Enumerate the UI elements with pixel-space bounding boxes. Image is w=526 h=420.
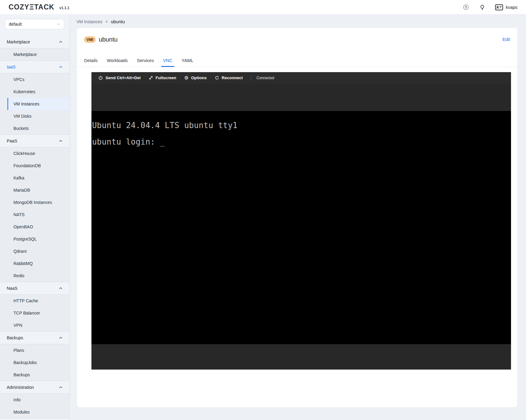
options-button[interactable]: ⚙ Options xyxy=(184,76,206,80)
sidebar-item-tcp-balancer[interactable]: TCP Balancer xyxy=(0,307,69,319)
sidebar-item-mariadb[interactable]: MariaDB xyxy=(0,184,69,196)
terminal-line: Ubuntu 24.04.4 LTS ubuntu tty1 xyxy=(92,121,238,130)
sidebar-item-modules[interactable]: Modules xyxy=(0,406,69,418)
sidebar-section-administration[interactable]: Administration xyxy=(0,381,69,393)
fullscreen-icon xyxy=(149,76,153,80)
help-button[interactable]: ? xyxy=(462,4,469,11)
chevron-up-icon xyxy=(59,287,62,290)
sidebar-item-buckets[interactable]: Buckets xyxy=(0,122,69,134)
terminal-cursor: _ xyxy=(160,137,165,146)
user-menu[interactable]: kvaps xyxy=(495,4,517,10)
terminal-line: ubuntu login: _ xyxy=(92,137,165,146)
terminal-prompt: ubuntu login: xyxy=(92,137,160,146)
app-logo: COZYΞTACK xyxy=(9,3,54,11)
vnc-canvas[interactable]: Ubuntu 24.04.4 LTS ubuntu tty1 ubuntu lo… xyxy=(91,111,511,344)
sidebar-item-plans[interactable]: Plans xyxy=(0,344,69,356)
fullscreen-button[interactable]: Fullscreen xyxy=(149,76,176,80)
breadcrumb-vm-instances[interactable]: VM Instances xyxy=(76,19,102,24)
section-label: Administration xyxy=(7,385,34,390)
page-title: ubuntu xyxy=(99,36,117,43)
chevron-up-icon xyxy=(59,40,62,44)
sidebar-item-vm-disks[interactable]: VM Disks xyxy=(0,110,69,122)
namespace-select-value: default xyxy=(9,22,22,27)
top-header: COZYΞTACK v1.1.1 ? xyxy=(0,0,526,15)
lightbulb-icon xyxy=(480,5,485,10)
sidebar-item-clickhouse[interactable]: ClickHouse xyxy=(0,147,69,160)
toolbar-divider xyxy=(251,76,251,80)
theme-toggle-button[interactable] xyxy=(479,4,486,11)
sidebar-item-foundationdb[interactable]: FoundationDB xyxy=(0,160,69,172)
options-label: Options xyxy=(191,76,207,80)
vnc-viewport: Ubuntu 24.04.4 LTS ubuntu tty1 ubuntu lo… xyxy=(91,83,511,370)
sidebar-item-qdrant[interactable]: Qdrant xyxy=(0,245,69,257)
tab-vnc[interactable]: VNC xyxy=(163,54,172,67)
sidebar-section-iaas[interactable]: IaaS xyxy=(0,61,69,73)
chevron-up-icon xyxy=(59,336,62,340)
chevron-up-icon xyxy=(59,139,62,143)
vm-instance-card: VMI ubuntu Edit Details Workloads Servic… xyxy=(76,28,518,408)
sidebar-item-vpcs[interactable]: VPCs xyxy=(0,73,69,86)
sidebar-section-backups[interactable]: Backups xyxy=(0,332,69,344)
sidebar-item-nats[interactable]: NATS xyxy=(0,208,69,221)
sidebar-item-info[interactable]: Info xyxy=(0,394,69,406)
app-version: v1.1.1 xyxy=(59,6,69,10)
power-icon xyxy=(98,76,103,80)
card-header: VMI ubuntu Edit xyxy=(84,35,510,44)
sidebar-item-postgresql[interactable]: PostgreSQL xyxy=(0,233,69,245)
reload-icon xyxy=(215,76,219,80)
sidebar-item-kubernetes[interactable]: Kubernetes xyxy=(0,86,69,98)
tab-details[interactable]: Details xyxy=(84,54,98,67)
tab-services[interactable]: Services xyxy=(137,54,154,67)
sidebar-item-http-cache[interactable]: HTTP Cache xyxy=(0,295,69,307)
sidebar-section-naas[interactable]: NaaS xyxy=(0,282,69,294)
id-card-icon xyxy=(495,4,503,10)
sidebar-item-marketplace[interactable]: Marketplace xyxy=(0,48,69,61)
main-content: VM Instances > ubuntu VMI ubuntu Edit De… xyxy=(69,15,526,420)
sidebar-item-openbao[interactable]: OpenBAO xyxy=(0,221,69,233)
chevron-down-icon xyxy=(57,22,60,26)
sidebar-section-paas[interactable]: PaaS xyxy=(0,135,69,147)
sidebar-item-backupjobs[interactable]: BackupJobs xyxy=(0,356,69,369)
breadcrumb-current: ubuntu xyxy=(111,19,125,24)
sidebar-item-backups[interactable]: Backups xyxy=(0,369,69,381)
breadcrumb: VM Instances > ubuntu xyxy=(76,19,125,24)
section-label: PaaS xyxy=(7,138,17,143)
sidebar-item-mongodb-instances[interactable]: MongoDB Instances xyxy=(0,196,69,208)
sidebar-section-marketplace[interactable]: Marketplace xyxy=(0,36,69,48)
gear-icon: ⚙ xyxy=(184,76,188,80)
sidebar-item-vpn[interactable]: VPN xyxy=(0,319,69,331)
sidebar-item-rabbitmq[interactable]: RabbitMQ xyxy=(0,257,69,270)
tab-workloads[interactable]: Workloads xyxy=(107,54,128,67)
sidebar-item-redis[interactable]: Redis xyxy=(0,270,69,282)
connection-status: Connected xyxy=(257,76,274,80)
vnc-console: Send Ctrl+Alt+Del Fullscreen ⚙ Options xyxy=(91,72,511,370)
send-ctrl-alt-del-button[interactable]: Send Ctrl+Alt+Del xyxy=(98,76,141,80)
section-label: NaaS xyxy=(7,286,17,291)
fullscreen-label: Fullscreen xyxy=(156,76,176,80)
section-label: Backups xyxy=(7,335,23,340)
reconnect-label: Reconnect xyxy=(222,76,243,80)
sidebar-item-kafka[interactable]: Kafka xyxy=(0,172,69,184)
send-ctrl-alt-del-label: Send Ctrl+Alt+Del xyxy=(106,76,141,80)
vmi-badge: VMI xyxy=(84,36,96,43)
tab-yaml[interactable]: YAML xyxy=(182,54,193,67)
help-icon: ? xyxy=(463,5,469,10)
section-label: Marketplace xyxy=(7,39,30,44)
namespace-select[interactable]: default xyxy=(5,19,64,29)
sidebar: default Marketplace Marketplace IaaS VPC… xyxy=(0,15,69,420)
user-name: kvaps xyxy=(506,5,517,10)
edit-button[interactable]: Edit xyxy=(502,37,510,42)
chevron-up-icon xyxy=(59,65,62,69)
section-label: IaaS xyxy=(7,64,16,69)
breadcrumb-separator: > xyxy=(106,19,108,24)
vnc-toolbar: Send Ctrl+Alt+Del Fullscreen ⚙ Options xyxy=(91,72,511,83)
sidebar-item-vm-instances[interactable]: VM Instances xyxy=(7,98,69,110)
reconnect-button[interactable]: Reconnect xyxy=(215,76,243,80)
chevron-up-icon xyxy=(59,386,62,389)
tab-bar: Details Workloads Services VNC YAML xyxy=(77,54,517,67)
